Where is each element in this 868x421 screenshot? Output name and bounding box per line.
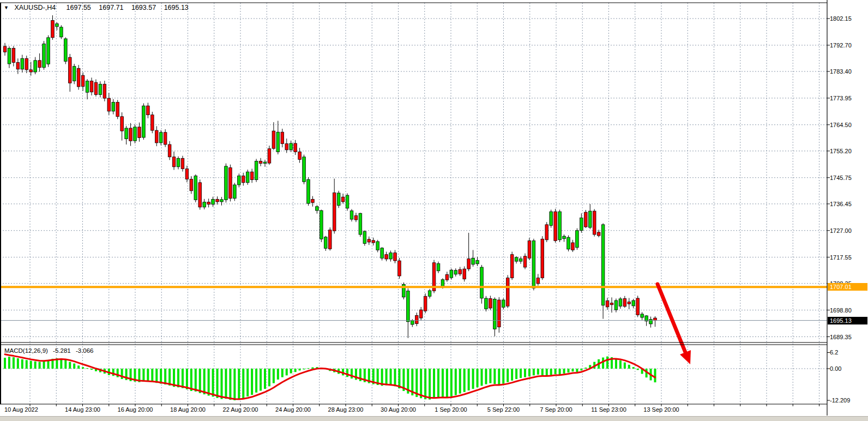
trading-chart-window: ▼ XAUUSD-,H4 1697.55 1697.71 1693.57 169… [0,0,868,421]
price-axis-label: 1802.15 [830,15,852,22]
symbol-period-label: XAUUSD-,H4 [14,4,56,11]
macd-axis-label: -12.209 [830,396,850,404]
ohlc-close: 1695.13 [164,4,189,11]
price-axis-label: 1745.75 [830,174,852,182]
time-axis-label: 5 Sep 22:00 [487,406,520,413]
current-price-tag: 1695.13 [828,317,867,324]
ohlc-open: 1697.55 [67,4,91,11]
macd-axis-label: 6.2 [830,348,838,356]
time-axis-label: 18 Aug 20:00 [170,406,206,413]
window-bottom-strip [0,416,868,421]
price-axis-label: 1698.80 [830,306,852,314]
ohlc-high: 1697.71 [99,4,123,11]
price-axis-label: 1783.40 [830,68,852,75]
price-axis-label: 1689.35 [830,333,852,341]
hline-price-tag[interactable]: 1707.01 [828,283,867,291]
price-axis-label: 1755.20 [830,147,852,155]
price-axis-label: 1792.70 [830,41,852,49]
price-axis-label: 1764.50 [830,121,852,129]
time-axis-label: 24 Aug 20:00 [275,406,311,413]
price-axis-label: 1717.55 [830,254,852,261]
price-axis-label: 1736.45 [830,200,852,208]
time-axis-label: 30 Aug 20:00 [381,406,416,413]
chart-title: ▼ XAUUSD-,H4 1697.55 1697.71 1693.57 169… [4,4,195,11]
time-axis-label: 7 Sep 20:00 [540,406,572,413]
macd-indicator-label: MACD(12,26,9) -5.281 -3.066 [4,347,97,354]
time-axis-label: 13 Sep 20:00 [643,406,679,413]
time-axis-label: 28 Aug 23:00 [328,406,364,413]
symbol-dropdown-icon[interactable]: ▼ [4,5,9,10]
ohlc-low: 1693.57 [131,4,156,11]
time-axis-label: 16 Aug 20:00 [118,406,153,413]
chart-canvas[interactable] [0,0,868,421]
macd-main-value: -5.281 [53,347,71,354]
macd-signal-value: -3.066 [76,347,94,354]
time-axis-label: 14 Aug 23:00 [65,406,100,413]
price-axis-label: 1773.95 [830,94,852,102]
macd-name: MACD(12,26,9) [4,347,48,354]
time-axis-label: 22 Aug 20:00 [223,406,258,413]
price-axis-label: 1727.00 [830,227,852,234]
macd-axis-label: 0.00 [830,365,841,372]
time-axis-label: 11 Sep 23:00 [591,406,626,413]
time-axis-label: 1 Sep 20:00 [435,406,467,413]
time-axis-label: 10 Aug 2022 [4,406,38,413]
